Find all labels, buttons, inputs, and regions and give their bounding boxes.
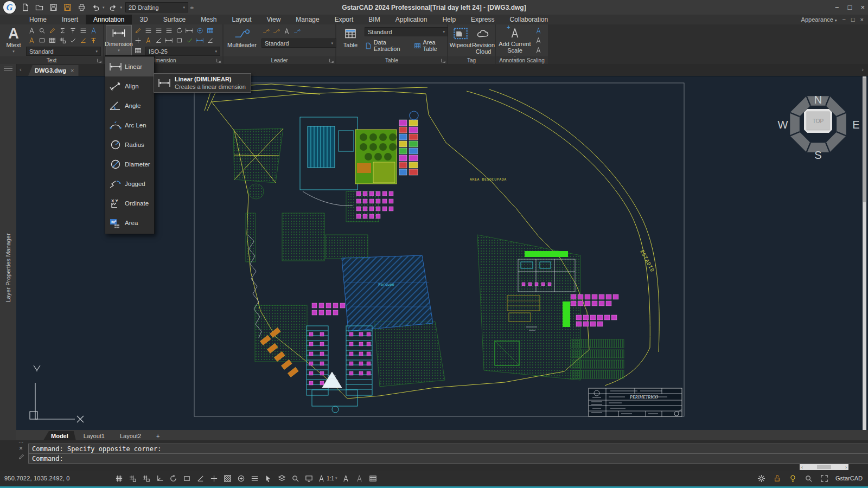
add-layout-button[interactable]: + [149,431,167,440]
menu-item-align[interactable]: Align [105,76,154,96]
search-update-icon[interactable] [804,473,814,483]
menu-item-area[interactable]: M² Area [105,213,154,233]
remove-leader-icon[interactable] [272,27,280,35]
text-angle-icon[interactable] [144,36,152,44]
text-align-icon[interactable] [68,27,77,35]
annotation-scale-control[interactable]: 1:1▾ [317,473,337,483]
undo-dropdown-icon[interactable]: ▾ [103,5,105,10]
spell-check-icon[interactable] [27,27,36,35]
jog-line-icon[interactable] [195,36,204,44]
snap-mode-icon[interactable] [141,473,151,483]
edit-text-icon[interactable] [48,27,56,35]
compass-south[interactable]: S [814,149,821,161]
convert-text-icon[interactable] [89,27,98,35]
dim-style-icon[interactable] [133,47,142,55]
text-dialog-launcher[interactable] [97,57,102,63]
appearance-dropdown[interactable]: Appearance ▾ [801,16,837,23]
unlock-ui-icon[interactable] [773,473,782,483]
arrange-text-icon[interactable] [58,36,67,44]
tab-layout[interactable]: Layout [224,15,259,24]
clean-screen-monitor-icon[interactable] [304,473,314,483]
open-file-button[interactable] [34,2,44,13]
new-file-button[interactable] [20,2,30,13]
save-as-button[interactable] [62,2,73,13]
align-leader-icon[interactable] [282,27,291,35]
tab-application[interactable]: Application [388,15,435,24]
layer-properties-palette[interactable]: Layer Properties Manager [0,64,17,440]
sync-scale-icon[interactable] [534,27,542,35]
restore-button[interactable]: □ [848,3,852,11]
collect-leader-icon[interactable] [292,27,301,35]
text-style-combo[interactable]: Standard▾ [26,47,101,56]
tab-bim[interactable]: BIM [361,15,387,24]
leader-style-combo[interactable]: Standard▾ [261,38,336,48]
multileader-button[interactable]: Multileader [226,25,258,56]
tips-bulb-icon[interactable] [788,473,798,483]
tab-layout1[interactable]: Layout1 [76,431,112,440]
menu-item-linear[interactable]: Linear [105,57,154,76]
tab-layout2[interactable]: Layout2 [112,431,149,440]
dimension-dialog-launcher[interactable] [216,57,221,63]
tab-surface[interactable]: Surface [156,15,193,24]
dim-image-icon[interactable] [206,27,214,35]
canvas-vertical-scrollbar[interactable] [863,76,866,431]
find-text-icon[interactable] [37,27,46,35]
compass-north[interactable]: N [814,94,822,106]
selection-cycling-icon[interactable] [263,473,273,483]
command-close-icon[interactable]: × [19,445,23,452]
doc-minimize-button[interactable]: − [842,16,845,23]
scroll-right-icon[interactable]: › [845,465,847,470]
menu-item-angle[interactable]: Angle [105,96,154,115]
command-history-line[interactable]: Command: Specify opposite corner: [28,444,868,454]
zoom-monitor-icon[interactable] [290,473,300,483]
add-leader-icon[interactable] [261,27,270,35]
tab-scroll-right-icon[interactable]: › [861,66,864,73]
table-button[interactable]: Table [340,25,361,56]
compass-west[interactable]: W [778,119,788,131]
change-case-icon[interactable] [68,36,77,44]
menu-item-radius[interactable]: Radius [105,135,154,155]
leader-dialog-launcher[interactable] [329,57,334,63]
paste-text-icon[interactable] [48,36,56,44]
tab-home[interactable]: Home [22,15,54,24]
area-table-button[interactable]: Area Table [414,39,447,52]
menu-item-jogged[interactable]: Jogged [105,174,154,194]
extend-dim-icon[interactable] [175,36,183,44]
tab-scroll-left-icon[interactable]: ‹ [20,66,22,73]
scroll-left-icon[interactable]: ‹ [801,465,803,470]
menu-item-arc-len[interactable]: Arc Len [105,115,154,135]
tab-export[interactable]: Export [327,15,361,24]
auto-annotation-scale-icon[interactable] [341,473,350,483]
delete-scale-icon[interactable] [534,46,542,54]
tab-insert[interactable]: Insert [54,15,86,24]
data-extraction-button[interactable]: Data Extraction [365,39,409,52]
text-frame-icon[interactable] [37,36,46,44]
add-current-scale-button[interactable]: + Add Current Scale▾ [498,25,532,56]
update-dim-icon[interactable] [195,27,204,35]
doc-restore-button[interactable]: □ [851,16,855,23]
tab-help[interactable]: Help [435,15,463,24]
command-input-line[interactable]: Command: [28,453,868,464]
quick-properties-icon[interactable] [368,473,378,483]
menu-item-ordinate[interactable]: X Y Ordinate [105,194,154,213]
workspace-selector[interactable]: 2D Drafting ▾ [125,2,188,12]
lineweight-icon[interactable] [250,473,259,483]
scroll-thumb[interactable] [817,465,831,469]
tab-collaboration[interactable]: Collaboration [502,15,556,24]
text-style-edit-icon[interactable] [27,36,36,44]
quick-dim-icon[interactable] [133,27,142,35]
isometric-draft-icon[interactable] [182,473,192,483]
oblique-icon[interactable] [154,36,163,44]
document-tab[interactable]: DWG3.dwg × [28,65,79,76]
wipeout-button[interactable]: Wipeout [449,25,472,56]
menu-item-diameter[interactable]: Diameter [105,155,154,174]
justify-text-icon[interactable] [79,36,87,44]
revision-cloud-button[interactable]: Revision Cloud [472,25,495,56]
adjust-space-icon[interactable] [164,27,173,35]
view-cube[interactable]: TOP N W S E [778,94,860,161]
toolbar-options-icon[interactable]: ≑ [190,5,194,10]
table-style-combo[interactable]: Standard▾ [365,27,448,36]
dynamic-input-icon[interactable] [236,473,246,483]
app-logo-icon[interactable]: G [3,1,16,14]
undo-button[interactable] [90,2,101,13]
